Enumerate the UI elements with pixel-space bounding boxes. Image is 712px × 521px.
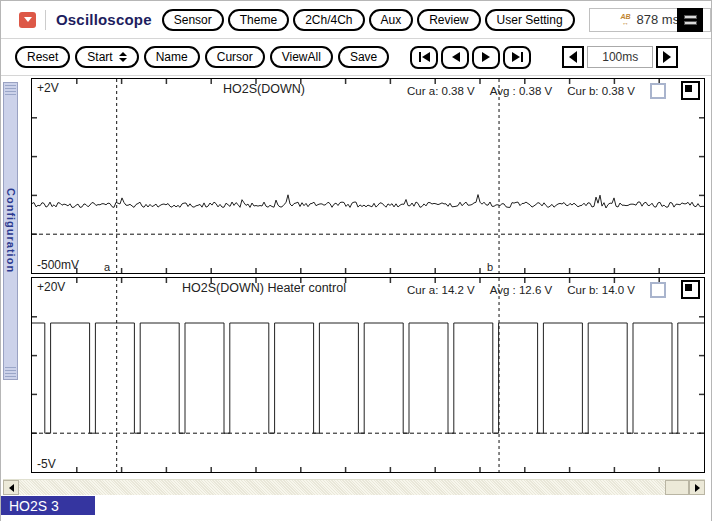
- ab-time-value: 878 ms: [637, 12, 680, 27]
- scope-panel-heater: +20V HO2S(DOWN) Heater control Cur a: 14…: [31, 277, 705, 473]
- app-dropdown-icon[interactable]: [19, 12, 36, 28]
- grip-icon: [5, 367, 16, 377]
- title-bar: Oscilloscope Sensor Theme 2Ch/4Ch Aux Re…: [1, 1, 711, 39]
- timebase-control: 100ms: [562, 46, 678, 68]
- avg-value: Avg : 0.38 V: [490, 85, 552, 97]
- channel-title: HO2S(DOWN): [223, 82, 305, 96]
- skip-to-end-button[interactable]: [503, 46, 531, 69]
- scrollbar-track[interactable]: [19, 480, 665, 495]
- cursor-a-value: Cur a: 14.2 V: [407, 284, 475, 296]
- step-back-icon: [450, 52, 461, 62]
- app-title: Oscilloscope: [56, 11, 152, 28]
- step-forward-button[interactable]: [472, 46, 500, 69]
- y-min-label: -5V: [37, 457, 56, 471]
- sensor-button[interactable]: Sensor: [162, 9, 224, 31]
- ab-measure-icon: AB↔: [620, 14, 630, 26]
- cursor-a-handle[interactable]: a: [104, 261, 110, 273]
- waveform-canvas: [32, 278, 704, 472]
- configuration-tab[interactable]: Configuration: [3, 82, 18, 380]
- measurement-readout: Cur a: 0.38 V Avg : 0.38 V Cur b: 0.38 V: [407, 81, 700, 100]
- triangle-left-icon: [9, 484, 14, 492]
- cursor-button[interactable]: Cursor: [205, 46, 265, 68]
- playback-controls: [410, 46, 531, 69]
- horizontal-scrollbar: [3, 479, 705, 495]
- separator: [45, 10, 46, 30]
- main-area: Configuration +2V HO2S(DOWN) Cur a: 0.38…: [1, 76, 711, 521]
- triangle-right-icon: [663, 51, 671, 63]
- channel-checkbox[interactable]: [650, 83, 666, 99]
- scroll-right-button[interactable]: [689, 480, 705, 495]
- skip-to-start-button[interactable]: [410, 46, 438, 69]
- timebase-value: 100ms: [587, 46, 653, 68]
- y-min-label: -500mV: [37, 258, 79, 272]
- cursor-a-value: Cur a: 0.38 V: [407, 85, 475, 97]
- cursor-b-value: Cur b: 0.38 V: [567, 85, 635, 97]
- caret-down-icon: [24, 17, 32, 22]
- aux-button[interactable]: Aux: [369, 9, 414, 31]
- step-back-button[interactable]: [441, 46, 469, 69]
- channel-mode-button[interactable]: 2Ch/4Ch: [293, 9, 364, 31]
- save-button[interactable]: Save: [338, 46, 389, 68]
- channel-color-button[interactable]: [681, 280, 700, 299]
- channel-checkbox[interactable]: [650, 282, 666, 298]
- start-button[interactable]: Start: [75, 46, 138, 68]
- scope-panel-ho2s: +2V HO2S(DOWN) Cur a: 0.38 V Avg : 0.38 …: [31, 78, 705, 274]
- step-forward-icon: [481, 52, 492, 62]
- configuration-tab-label: Configuration: [5, 188, 17, 273]
- y-max-label: +20V: [37, 280, 65, 294]
- scope-area: +2V HO2S(DOWN) Cur a: 0.38 V Avg : 0.38 …: [31, 78, 705, 476]
- scroll-left-button[interactable]: [3, 480, 19, 495]
- start-spinner-icon: [119, 52, 127, 62]
- oscilloscope-window: Oscilloscope Sensor Theme 2Ch/4Ch Aux Re…: [0, 0, 712, 521]
- channel-color-button[interactable]: [681, 81, 700, 100]
- triangle-right-icon: [695, 484, 700, 492]
- channel-title: HO2S(DOWN) Heater control: [182, 281, 346, 295]
- timebase-increase-button[interactable]: [656, 46, 678, 68]
- waveform-canvas: [32, 79, 704, 273]
- measurement-readout: Cur a: 14.2 V Avg : 12.6 V Cur b: 14.0 V: [407, 280, 700, 299]
- triangle-left-icon: [569, 51, 577, 63]
- reset-button[interactable]: Reset: [15, 46, 70, 68]
- name-button[interactable]: Name: [144, 46, 200, 68]
- sensor-tab-ho2s3[interactable]: HO2S 3: [1, 496, 95, 515]
- y-max-label: +2V: [37, 81, 59, 95]
- start-button-label: Start: [87, 50, 112, 64]
- scrollbar-thumb[interactable]: [665, 480, 689, 495]
- cursor-b-value: Cur b: 14.0 V: [567, 284, 635, 296]
- timebase-decrease-button[interactable]: [562, 46, 584, 68]
- avg-value: Avg : 12.6 V: [490, 284, 552, 296]
- header-button-row: Sensor Theme 2Ch/4Ch Aux Review User Set…: [162, 9, 575, 31]
- cursor-b-handle[interactable]: b: [487, 261, 493, 273]
- skip-to-end-icon: [511, 52, 524, 62]
- review-button[interactable]: Review: [417, 9, 480, 31]
- menu-icon[interactable]: [677, 8, 703, 32]
- toolbar: Reset Start Name Cursor ViewAll Save 10: [1, 39, 711, 76]
- grip-icon: [5, 85, 16, 95]
- theme-button[interactable]: Theme: [228, 9, 289, 31]
- user-setting-button[interactable]: User Setting: [485, 9, 575, 31]
- skip-to-start-icon: [418, 52, 431, 62]
- viewall-button[interactable]: ViewAll: [270, 46, 333, 68]
